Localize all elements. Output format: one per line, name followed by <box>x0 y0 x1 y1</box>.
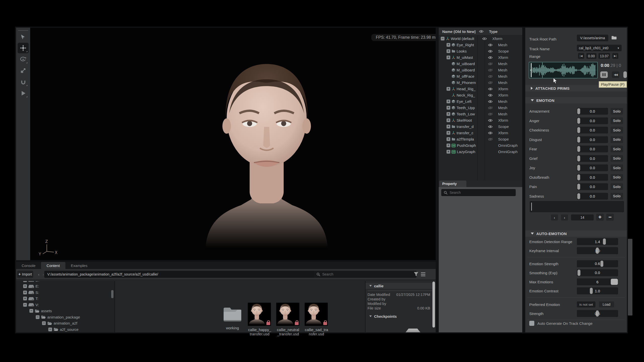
back-button[interactable]: ‹ <box>37 271 41 278</box>
track-name-dropdown[interactable]: cal_bp3_ch01_int0 ▼ <box>577 45 622 51</box>
auto-emotion-slider[interactable]: 0.0 <box>577 269 618 276</box>
add-keyframe-button[interactable]: + <box>596 214 604 221</box>
visibility-eye-off-icon[interactable] <box>488 138 493 141</box>
details-scrollbar-handle[interactable] <box>432 282 435 328</box>
auto-emotion-slider[interactable]: 1.0 <box>577 287 618 294</box>
solo-button[interactable]: Solo <box>611 174 623 181</box>
clipped-transport-button[interactable] <box>623 71 627 78</box>
visibility-eye-icon[interactable] <box>488 119 493 122</box>
stage-tree-row[interactable]: SkelRoot Xform <box>439 117 522 123</box>
expand-toggle-icon[interactable] <box>447 125 450 128</box>
visibility-eye-off-icon[interactable] <box>488 75 493 78</box>
track-root-path-field[interactable]: V:/assets/anima <box>577 35 608 41</box>
visibility-eye-icon[interactable] <box>488 43 493 47</box>
expand-toggle-icon[interactable] <box>36 315 39 319</box>
auto-emotion-slider[interactable]: 1.0 <box>577 247 618 254</box>
scale-tool-button[interactable] <box>18 65 29 76</box>
browse-folder-icon[interactable] <box>611 35 617 40</box>
expand-toggle-icon[interactable] <box>447 144 450 147</box>
load-button[interactable]: Load <box>599 301 614 307</box>
stage-col-type[interactable]: Type <box>484 29 498 34</box>
expand-toggle-icon[interactable] <box>447 112 450 116</box>
visibility-eye-icon[interactable] <box>488 94 493 97</box>
emotion-slider[interactable]: 0.0 <box>577 136 608 143</box>
view-options-icon[interactable] <box>421 272 426 277</box>
file-tree-row[interactable]: animation_a2f <box>16 320 114 327</box>
visibility-eye-icon[interactable] <box>488 125 493 128</box>
import-button[interactable]: +Import <box>17 271 33 278</box>
stage-tree-row[interactable]: Eye_Right Mesh <box>439 42 522 48</box>
stage-tree-row[interactable]: M_uiMast Xform <box>439 54 522 61</box>
stage-tree-row[interactable]: LazyGraph OmniGraph <box>439 149 522 155</box>
solo-button[interactable]: Solo <box>611 193 623 200</box>
stage-tree-row[interactable]: Teeth_Upp Mesh <box>439 105 522 111</box>
expand-toggle-icon[interactable] <box>48 328 52 331</box>
keyframe-count-field[interactable]: 14 <box>571 214 594 220</box>
emotion-slider[interactable]: 0.0 <box>577 127 608 133</box>
audio-waveform[interactable] <box>529 62 598 78</box>
expand-toggle-icon[interactable] <box>447 43 450 47</box>
solo-button[interactable]: Solo <box>611 108 623 115</box>
play-button[interactable] <box>18 88 29 99</box>
emotion-section-header[interactable]: EMOTION <box>525 97 627 104</box>
auto-emotion-slider[interactable]: 0.6 <box>577 260 618 267</box>
file-tree-row[interactable]: E: <box>16 283 114 290</box>
visibility-eye-off-icon[interactable] <box>488 62 493 65</box>
expand-toggle-icon[interactable] <box>447 137 450 141</box>
tab-content[interactable]: Content <box>41 262 65 269</box>
property-search-input[interactable]: Search <box>441 189 516 196</box>
stage-header-row[interactable]: Name (Old to New) Type <box>439 28 522 35</box>
solo-button[interactable]: Solo <box>611 136 623 143</box>
expand-toggle-icon[interactable] <box>23 303 27 307</box>
skip-to-start-button[interactable]: |◀ <box>578 53 584 59</box>
next-keyframe-button[interactable]: › <box>561 214 568 220</box>
emotion-slider[interactable]: 0.0 <box>577 183 608 190</box>
expand-toggle-icon[interactable] <box>441 37 445 40</box>
content-search-input[interactable]: Search <box>314 271 417 278</box>
stage-tree-row[interactable]: M_offFace Mesh <box>439 73 522 79</box>
tab-console[interactable]: Console <box>16 262 41 269</box>
expand-toggle-icon[interactable] <box>447 56 450 59</box>
skip-to-end-button[interactable]: ▶| <box>612 53 618 59</box>
stage-tree-row[interactable]: PushGraph OmniGraph <box>439 142 522 149</box>
stage-tree-row[interactable]: a2fTempla Scope <box>439 136 522 142</box>
expand-toggle-icon[interactable] <box>447 131 450 135</box>
preferred-emotion-value[interactable]: is not set <box>577 301 595 307</box>
emotion-slider[interactable]: 0.0 <box>577 164 608 171</box>
strength-slider[interactable]: 0.5 <box>577 310 618 317</box>
solo-button[interactable]: Solo <box>611 155 623 162</box>
emotion-slider[interactable]: 0.0 <box>577 174 608 181</box>
stage-tree-row[interactable]: transfer_d Scope <box>439 123 522 130</box>
stage-col-name[interactable]: Name (Old to New) <box>439 29 475 34</box>
solo-button[interactable]: Solo <box>611 164 623 171</box>
stage-tree-row[interactable]: Looks Scope <box>439 48 522 54</box>
visibility-eye-icon[interactable] <box>488 100 493 103</box>
emotion-slider[interactable]: 0.0 <box>577 193 608 200</box>
playhead-cursor[interactable] <box>531 63 532 77</box>
details-header[interactable]: callie <box>366 283 436 289</box>
emotion-keyframe-track[interactable] <box>530 201 624 212</box>
visibility-eye-off-icon[interactable] <box>488 106 493 109</box>
expand-toggle-icon[interactable] <box>447 100 450 103</box>
file-tree-row[interactable]: a2f_source <box>16 326 114 332</box>
stage-tree-row[interactable]: M_uiBoard Mesh <box>439 61 522 67</box>
emotion-slider[interactable]: 0.0 <box>577 108 608 115</box>
solo-button[interactable]: Solo <box>611 117 623 124</box>
stage-tree-row[interactable]: World (default Xform <box>439 35 522 42</box>
auto-generate-checkbox[interactable] <box>529 321 534 326</box>
expand-toggle-icon[interactable] <box>23 281 27 282</box>
expand-toggle-icon[interactable] <box>29 309 33 313</box>
expand-toggle-icon[interactable] <box>42 321 46 325</box>
file-item[interactable]: callie_sad_transfer.usd <box>305 303 328 336</box>
stage-tree-row[interactable]: Teeth_Low Mesh <box>439 111 522 117</box>
rotate-tool-button[interactable] <box>18 54 29 65</box>
file-item[interactable]: callie_happy_transfer.usd <box>248 303 271 336</box>
expand-toggle-icon[interactable] <box>447 49 450 53</box>
tree-scrollbar-handle[interactable] <box>111 290 113 298</box>
range-end-value[interactable]: 13.07 <box>598 53 610 59</box>
stage-tree-row[interactable]: transfer_c Xform <box>439 130 522 136</box>
solo-button[interactable]: Solo <box>611 127 623 133</box>
expand-toggle-icon[interactable] <box>23 284 27 288</box>
visibility-eye-icon[interactable] <box>488 50 493 53</box>
range-start-value[interactable]: 0.00 <box>586 53 596 59</box>
